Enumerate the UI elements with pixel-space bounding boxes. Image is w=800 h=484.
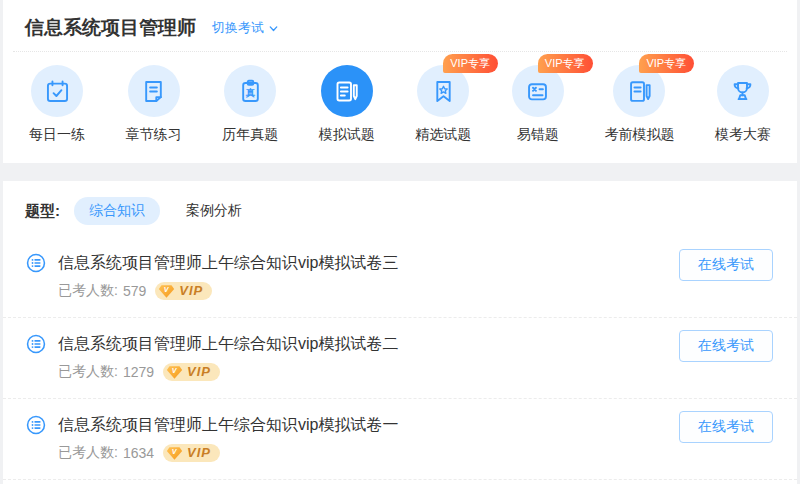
nav-circle-wrap: VIP专享 [512,65,564,117]
exam-item-content: 信息系统项目管理师上午综合知识vip模拟试卷三 已考人数: 579 V V [25,252,398,300]
switch-exam-link[interactable]: 切换考试 [212,19,280,37]
nav-item-past-papers[interactable]: 真 历年真题 [222,65,278,144]
nav-label: 每日一练 [29,126,85,144]
nav-circle [31,65,83,117]
calculator-icon [524,78,551,105]
exam-title: 信息系统项目管理师上午综合知识vip模拟试卷一 [58,415,398,436]
vip-tag-badge: V VIP [155,282,212,300]
nav-label: 章节练习 [126,126,182,144]
page-title: 信息系统项目管理师 [25,15,196,41]
nav-circle [321,65,373,117]
nav-circle: 真 [224,65,276,117]
svg-text:V: V [164,286,170,294]
nav-item-daily-practice[interactable]: 每日一练 [29,65,85,144]
document-pencil-icon [626,78,653,105]
vip-tag-label: VIP [179,283,203,299]
exam-grid-pencil-icon [333,78,360,105]
exam-stats: 已考人数: 1279 V VIP [58,363,398,381]
exam-list-item: 信息系统项目管理师上午综合知识vip模拟试卷一 已考人数: 1634 V [3,399,797,480]
taken-label: 已考人数: [58,444,118,462]
nav-circle-wrap [31,65,83,117]
vip-gem-icon: V [166,365,183,380]
list-circle-icon [25,414,47,436]
vip-gem-icon: V [166,446,183,461]
svg-text:V: V [172,448,178,456]
nav-label: 精选试题 [415,126,471,144]
exam-list-item: 信息系统项目管理师上午综合知识vip模拟试卷三 已考人数: 579 V V [3,237,797,318]
online-exam-button[interactable]: 在线考试 [679,411,773,443]
filter-option-comprehensive[interactable]: 综合知识 [74,197,160,225]
filter-label: 题型: [25,202,60,221]
nav-circle-wrap [717,65,769,117]
svg-text:真: 真 [244,87,255,98]
list-circle-icon [25,252,47,274]
vip-tag-badge: V VIP [163,363,220,381]
online-exam-button[interactable]: 在线考试 [679,330,773,362]
nav-item-mock-contest[interactable]: 模考大赛 [715,65,771,144]
taken-count: 579 [123,283,146,299]
nav-label: 易错题 [517,126,559,144]
vip-exclusive-badge: VIP专享 [443,54,498,73]
vip-gem-icon: V [158,284,175,299]
vip-tag-label: VIP [187,445,211,461]
clipboard-zhen-icon: 真 [237,78,264,105]
nav-item-chapter-practice[interactable]: 章节练习 [126,65,182,144]
question-type-filter: 题型: 综合知识 案例分析 [3,197,797,237]
nav-label: 历年真题 [222,126,278,144]
svg-text:V: V [172,367,178,375]
nav-item-mock-exams[interactable]: 模拟试题 [319,65,375,144]
bookmark-star-icon [430,78,457,105]
nav-label: 模拟试题 [319,126,375,144]
exam-title: 信息系统项目管理师上午综合知识vip模拟试卷三 [58,253,398,274]
nav-circle-wrap: 真 [224,65,276,117]
online-exam-button[interactable]: 在线考试 [679,249,773,281]
trophy-icon [729,78,756,105]
exam-list-item: 信息系统项目管理师上午综合知识vip模拟试卷二 已考人数: 1279 V [3,318,797,399]
nav-circle-wrap: VIP专享 [613,65,665,117]
vip-tag-badge: V VIP [163,444,220,462]
exam-stats: 已考人数: 579 V VIP [58,282,398,300]
list-circle-icon [25,333,47,355]
exam-list-card: 题型: 综合知识 案例分析 信息系统项目管理师 [3,181,797,484]
nav-item-error-prone[interactable]: VIP专享 易错题 [512,65,564,144]
nav-item-pre-exam-mock[interactable]: VIP专享 考前模拟题 [604,65,674,144]
nav-circle-wrap [321,65,373,117]
exam-nav-card: 信息系统项目管理师 切换考试 [3,0,797,163]
nav-circle [128,65,180,117]
taken-label: 已考人数: [58,282,118,300]
exam-item-content: 信息系统项目管理师上午综合知识vip模拟试卷二 已考人数: 1279 V [25,333,398,381]
vip-exclusive-badge: VIP专享 [538,54,593,73]
header: 信息系统项目管理师 切换考试 [3,0,797,51]
document-lines-icon [140,78,167,105]
exam-item-content: 信息系统项目管理师上午综合知识vip模拟试卷一 已考人数: 1634 V [25,414,398,462]
taken-count: 1634 [123,445,154,461]
taken-count: 1279 [123,364,154,380]
exam-title-row: 信息系统项目管理师上午综合知识vip模拟试卷二 [25,333,398,355]
filter-option-case-analysis[interactable]: 案例分析 [176,197,252,225]
switch-exam-label: 切换考试 [212,19,264,37]
chevron-down-icon [264,22,280,35]
exam-title-row: 信息系统项目管理师上午综合知识vip模拟试卷一 [25,414,398,436]
nav-label: 模考大赛 [715,126,771,144]
page: 信息系统项目管理师 切换考试 [0,0,800,484]
exam-title: 信息系统项目管理师上午综合知识vip模拟试卷二 [58,334,398,355]
taken-label: 已考人数: [58,363,118,381]
section-gap [3,163,797,181]
exam-stats: 已考人数: 1634 V VIP [58,444,398,462]
nav-circle [717,65,769,117]
nav-circle-wrap [128,65,180,117]
nav-row: 每日一练 章节练习 [3,52,797,144]
nav-circle-wrap: VIP专享 [417,65,469,117]
vip-tag-label: VIP [187,364,211,380]
calendar-check-icon [44,78,71,105]
nav-item-selected-questions[interactable]: VIP专享 精选试题 [415,65,471,144]
exam-title-row: 信息系统项目管理师上午综合知识vip模拟试卷三 [25,252,398,274]
vip-exclusive-badge: VIP专享 [639,54,694,73]
nav-label: 考前模拟题 [604,126,674,144]
